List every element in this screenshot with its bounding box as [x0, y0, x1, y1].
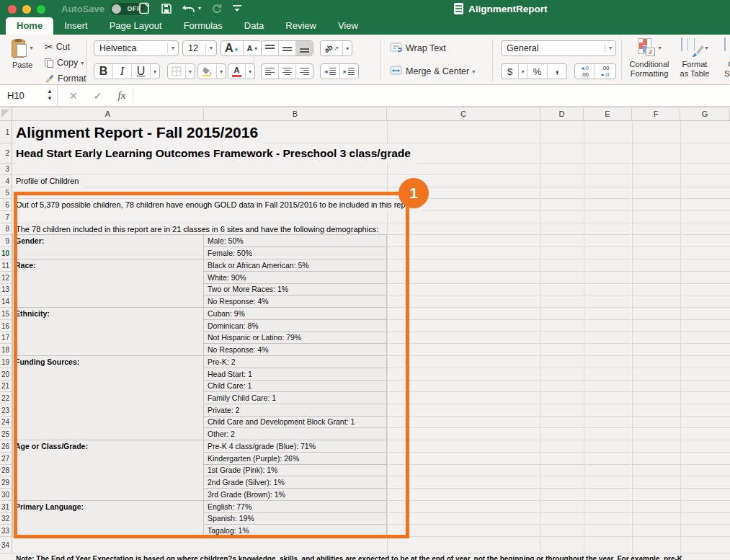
cell-A6[interactable]: Out of 5,379 possible children, 78 child…: [16, 199, 422, 211]
row-header-14[interactable]: 14: [0, 295, 12, 308]
row-header-21[interactable]: 21: [0, 381, 12, 392]
cell-A-group-race[interactable]: Race:: [12, 259, 204, 308]
row-header-34[interactable]: 34: [0, 537, 12, 554]
comma-style-button[interactable]: ,: [548, 64, 566, 79]
row-header-28[interactable]: 28: [0, 465, 12, 476]
cell-B20[interactable]: Head Start: 1: [204, 368, 387, 381]
row-header-20[interactable]: 20: [0, 368, 12, 381]
fill-color-button[interactable]: [198, 64, 217, 79]
currency-dropdown-icon[interactable]: ▾: [519, 64, 528, 79]
cell-B21[interactable]: Child Care: 1: [204, 381, 387, 392]
copy-button[interactable]: Copy ▾: [45, 55, 84, 71]
row-header-16[interactable]: 16: [0, 320, 12, 332]
row-header-6[interactable]: 6: [0, 199, 12, 211]
cell-B10[interactable]: Female: 50%: [204, 247, 387, 259]
name-box[interactable]: H10 ▲▼: [0, 85, 58, 107]
cell-B30[interactable]: 3rd Grade (Brown): 1%: [204, 489, 387, 501]
undo-button[interactable]: ▾: [182, 3, 201, 14]
align-bottom-button[interactable]: [296, 41, 313, 55]
sheet-grid[interactable]: 1234567891011121314151617181920212223242…: [0, 121, 730, 560]
italic-button[interactable]: I: [113, 64, 132, 79]
cell-B14[interactable]: No Response: 4%: [204, 295, 387, 308]
cell-A4[interactable]: Profile of Children: [16, 175, 84, 187]
cell-B33[interactable]: Tagalog: 1%: [204, 525, 387, 537]
row-header-7[interactable]: 7: [0, 211, 12, 223]
wrap-text-button[interactable]: Wrap Text: [390, 40, 446, 56]
column-header-C[interactable]: C: [387, 108, 540, 121]
cell-A2[interactable]: Head Start Early Learning Outcomes Frame…: [16, 143, 417, 164]
cell-A1[interactable]: Alignment Report - Fall 2015/2016: [16, 121, 264, 143]
column-header-A[interactable]: A: [12, 108, 204, 121]
row-header-17[interactable]: 17: [0, 332, 12, 344]
row-header-19[interactable]: 19: [0, 356, 12, 368]
row-header-22[interactable]: 22: [0, 392, 12, 404]
align-right-button[interactable]: [296, 64, 313, 79]
font-color-dropdown-icon[interactable]: ▾: [246, 64, 254, 79]
row-header-23[interactable]: 23: [0, 404, 12, 417]
cell-B28[interactable]: 1st Grade (Pink): 1%: [204, 465, 387, 476]
decrease-decimal-button[interactable]: ◂.0.00: [575, 64, 595, 79]
tab-insert[interactable]: Insert: [53, 17, 99, 35]
conditional-formatting-dropdown-icon[interactable]: ▾: [658, 45, 661, 51]
align-left-button[interactable]: [262, 64, 279, 79]
row-header-13[interactable]: 13: [0, 284, 12, 295]
decrease-indent-button[interactable]: ◂: [321, 64, 340, 79]
tab-page-layout[interactable]: Page Layout: [99, 17, 173, 35]
cell-B24[interactable]: Child Care and Development Block Grant: …: [204, 417, 387, 428]
underline-button[interactable]: U: [132, 64, 151, 79]
autosave-toggle[interactable]: AutoSave OFF: [61, 3, 146, 15]
row-header-9[interactable]: 9: [0, 235, 12, 247]
conditional-formatting-button[interactable]: ≠ ▾ ConditionalFormatting: [626, 38, 673, 78]
font-size-select[interactable]: 12 ▾: [182, 40, 217, 56]
toolbar-options-icon[interactable]: [232, 4, 242, 14]
undo-dropdown-icon[interactable]: ▾: [198, 5, 201, 12]
cell-B26[interactable]: Pre-K 4 class/grade (Blue): 71%: [204, 440, 387, 453]
cell-A-group-gender[interactable]: Gender:: [12, 235, 204, 259]
orientation-dropdown-icon[interactable]: ▾: [343, 41, 352, 55]
cell-A-group-ageorclassgrade[interactable]: Age or Class/Grade:: [12, 440, 204, 501]
row-header-25[interactable]: 25: [0, 428, 12, 440]
cell-styles-button[interactable]: CellStyles: [716, 38, 730, 78]
row-header-11[interactable]: 11: [0, 259, 12, 272]
cell-B29[interactable]: 2nd Grade (Silver): 1%: [204, 476, 387, 489]
insert-function-icon[interactable]: fx: [117, 89, 125, 102]
increase-font-size-button[interactable]: A▲: [221, 41, 244, 55]
row-header-15[interactable]: 15: [0, 308, 12, 320]
enter-icon[interactable]: ✓: [94, 90, 102, 102]
tab-formulas[interactable]: Formulas: [173, 17, 233, 35]
number-format-select[interactable]: General ▾: [501, 40, 616, 56]
font-family-select[interactable]: Helvetica ▾: [94, 40, 179, 56]
underline-dropdown-icon[interactable]: ▾: [151, 64, 159, 79]
column-header-G[interactable]: G: [680, 108, 730, 121]
select-all-corner[interactable]: [0, 108, 12, 121]
row-header-12[interactable]: 12: [0, 272, 12, 284]
cut-button[interactable]: ✂ Cut: [45, 39, 70, 55]
cell-B9[interactable]: Male: 50%: [204, 235, 387, 247]
row-header-2[interactable]: 2: [0, 143, 12, 164]
align-top-button[interactable]: [262, 41, 279, 55]
fill-color-dropdown-icon[interactable]: ▾: [217, 64, 226, 79]
percent-button[interactable]: %: [528, 64, 548, 79]
paste-button[interactable]: ▾ Paste: [6, 39, 39, 70]
cell-A-group-ethnicity[interactable]: Ethnicity:: [12, 308, 204, 356]
bold-button[interactable]: B: [94, 64, 113, 79]
cell-B13[interactable]: Two or More Races: 1%: [204, 284, 387, 295]
cancel-icon[interactable]: ✕: [69, 90, 78, 102]
minimize-window-button[interactable]: [22, 5, 31, 14]
tab-data[interactable]: Data: [233, 17, 275, 35]
font-family-dropdown-icon[interactable]: ▾: [167, 43, 174, 53]
row-header-5[interactable]: 5: [0, 187, 12, 199]
tab-view[interactable]: View: [327, 17, 369, 35]
cell-B23[interactable]: Private: 2: [204, 404, 387, 417]
cell-A-group-fundingsources[interactable]: Funding Sources:: [12, 356, 204, 440]
row-header-8[interactable]: 8: [0, 223, 12, 235]
row-header-4[interactable]: 4: [0, 175, 12, 187]
row-header-24[interactable]: 24: [0, 417, 12, 428]
cell-B11[interactable]: Black or African American: 5%: [204, 259, 387, 272]
merge-center-dropdown-icon[interactable]: ▾: [472, 68, 475, 75]
column-header-F[interactable]: F: [632, 108, 680, 121]
copy-dropdown-icon[interactable]: ▾: [81, 60, 84, 66]
cell-B25[interactable]: Other: 2: [204, 428, 387, 440]
row-header-27[interactable]: 27: [0, 453, 12, 465]
format-as-table-button[interactable]: ▾ Formatas Table: [676, 38, 713, 78]
